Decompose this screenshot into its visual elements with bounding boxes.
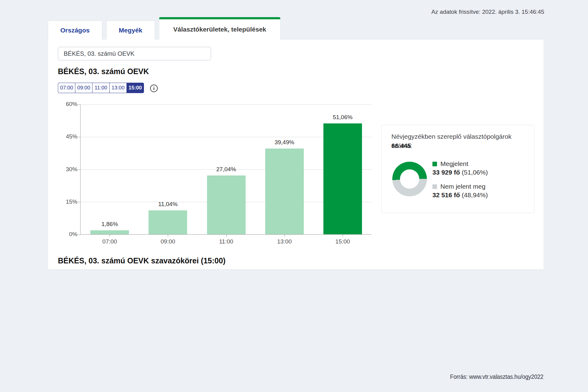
bar-value-07-00: 1,86%: [81, 221, 139, 228]
y-axis-label-30: 30%: [59, 166, 77, 173]
y-tick-30: [78, 169, 80, 170]
legend-item-megjelent: Megjelent33 929 fő (51,06%): [432, 160, 488, 177]
time-button-group: 07:0009:0011:0013:0015:00: [58, 83, 144, 93]
bar-09-00: [149, 210, 187, 234]
turnout-donut-chart: [392, 162, 427, 196]
x-axis-label-09-00: 09:00: [139, 238, 197, 245]
bar-15-00: [323, 123, 362, 234]
donut-hole: [400, 169, 419, 189]
info-icon[interactable]: i: [150, 85, 158, 92]
legend-swatch-nem-jelent-meg: [432, 184, 437, 189]
y-axis-label-45: 45%: [59, 133, 77, 140]
y-tick-0: [78, 235, 80, 235]
donut-legend: Megjelent33 929 fő (51,06%)Nem jelent me…: [432, 160, 488, 205]
legend-label-megjelent: Megjelent: [432, 160, 488, 168]
bar-13-00: [265, 149, 304, 234]
x-tick-11-00: [226, 235, 227, 237]
x-tick-15-00: [343, 235, 343, 237]
bar-value-09-00: 11,04%: [139, 201, 197, 208]
bar-07-00: [90, 230, 129, 234]
time-button-09-00[interactable]: 09:00: [75, 83, 92, 93]
legend-label-text: Megjelent: [440, 160, 468, 168]
legend-item-nem-jelent-meg: Nem jelent meg32 516 fő (48,94%): [432, 182, 488, 199]
time-button-15-00[interactable]: 15:00: [126, 83, 144, 93]
bar-11-00: [207, 175, 246, 234]
y-tick-60: [78, 104, 80, 105]
time-button-07-00[interactable]: 07:00: [58, 83, 75, 93]
chart-subtitle: BÉKÉS, 03. számú OEVK szavazókörei (15:0…: [58, 256, 225, 265]
y-axis-label-0: 0%: [59, 231, 77, 238]
x-axis-label-13-00: 13:00: [255, 238, 314, 245]
chart-title: BÉKÉS, 03. számú OEVK: [58, 67, 149, 76]
stats-heading: Névjegyzékben szereplő választópolgárok …: [391, 132, 528, 150]
page: Az adatok frissítve: 2022. április 3. 15…: [0, 0, 588, 392]
bar-value-13-00: 39,49%: [255, 139, 314, 146]
legend-label-nem-jelent-meg: Nem jelent meg: [432, 182, 488, 191]
bar-value-15-00: 51,06%: [314, 114, 372, 121]
legend-swatch-megjelent: [432, 162, 437, 166]
bar-value-11-00: 27,04%: [197, 166, 255, 173]
x-tick-07-00: [110, 235, 110, 237]
x-tick-13-00: [285, 235, 285, 237]
tab-valasztokeruletek-telepulesek[interactable]: Választókerületek, települések: [159, 17, 281, 40]
tab-orszagos[interactable]: Országos: [48, 21, 102, 40]
legend-label-text: Nem jelent meg: [440, 182, 485, 191]
time-button-11-00[interactable]: 11:00: [92, 83, 110, 93]
y-tick-45: [78, 137, 80, 137]
y-tick-15: [78, 202, 80, 202]
stats-total: 66 445: [391, 141, 411, 150]
gridline-60: [81, 104, 371, 105]
y-axis-label-60: 60%: [59, 101, 77, 107]
x-axis-label-15-00: 15:00: [314, 238, 372, 245]
x-tick-09-00: [168, 235, 168, 237]
time-button-13-00[interactable]: 13:00: [109, 83, 127, 93]
region-select[interactable]: BÉKÉS, 03. számú OEVK: [58, 47, 211, 60]
last-updated-text: Az adatok frissítve: 2022. április 3. 15…: [431, 9, 544, 15]
y-axis-label-15: 15%: [59, 198, 77, 205]
x-axis-label-07-00: 07:00: [81, 238, 139, 245]
x-axis-label-11-00: 11:00: [197, 238, 255, 245]
source-text: Forrás: www.vtr.valasztas.hu/ogy2022: [450, 373, 543, 380]
legend-value-megjelent: 33 929 fő (51,06%): [432, 168, 488, 177]
tab-bar: OrszágosMegyékVálasztókerületek, települ…: [48, 17, 281, 40]
legend-value-nem-jelent-meg: 32 516 fő (48,94%): [432, 191, 488, 199]
voters-stats-panel: Névjegyzékben szereplő választópolgárok …: [381, 125, 534, 213]
region-select-value: BÉKÉS, 03. számú OEVK: [64, 50, 134, 57]
tab-megyek[interactable]: Megyék: [106, 21, 155, 40]
turnout-bar-chart: 0%15%30%45%60%1,86%07:0011,04%09:0027,04…: [80, 104, 371, 235]
